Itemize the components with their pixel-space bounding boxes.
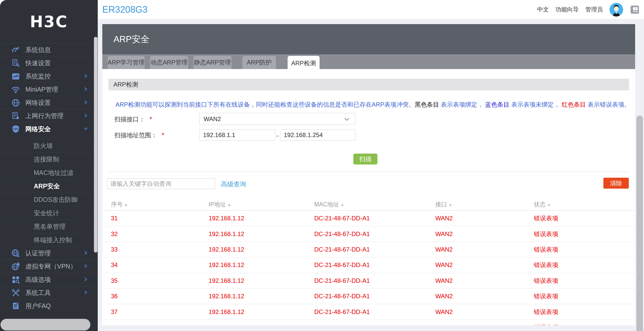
page-vertical-scrollbar[interactable] <box>636 115 643 331</box>
table-row: 31192.168.1.12DC-21-48-67-DD-A1WAN2错误表项 <box>102 211 635 226</box>
table-row: 34192.168.1.12DC-21-48-67-DD-A1WAN2错误表项 <box>102 257 635 273</box>
sort-icon: ▲ <box>340 202 344 207</box>
sidebar-item-behavior-mgmt[interactable]: 上网行为管理 <box>0 109 98 122</box>
scan-interface-value: WAN2 <box>204 115 221 123</box>
search-input[interactable] <box>107 178 215 189</box>
tab-arp-protection[interactable]: ARP防护 <box>242 56 276 69</box>
description-black-term: 黑色条目 <box>415 101 439 108</box>
sidebar-subitem-label: 安全统计 <box>34 209 59 217</box>
topbar-right: 中文 功能向导 管理员 <box>537 0 639 19</box>
chevron-right-icon <box>84 74 88 79</box>
header-ip[interactable]: IP地址▲ <box>209 201 231 208</box>
advanced-query-link[interactable]: 高级查询 <box>221 180 246 188</box>
sort-icon: ▲ <box>124 202 128 207</box>
tab-dynamic-arp[interactable]: 动态ARP管理 <box>150 56 188 69</box>
document-badge-icon <box>11 111 21 121</box>
sidebar-item-vpn[interactable]: 虚拟专网（VPN） <box>0 260 98 273</box>
chevron-right-icon <box>84 277 88 283</box>
sidebar-subitem-mac-filter[interactable]: MAC地址过滤 <box>0 166 98 179</box>
chevron-right-icon <box>84 87 88 92</box>
header-interface[interactable]: 接口▲ <box>435 201 452 208</box>
sidebar-item-auth-mgmt[interactable]: 认证管理 <box>0 246 98 260</box>
sidebar-subitem-arp-security[interactable]: ARP安全 <box>0 179 98 193</box>
required-asterisk: * <box>150 115 152 123</box>
table-row: 33192.168.1.12DC-21-48-67-DD-A1WAN2错误表项 <box>102 242 635 257</box>
chevron-right-icon <box>84 264 88 269</box>
sidebar-subitem-conn-limit[interactable]: 连接限制 <box>0 152 98 166</box>
device-model-title: ER3208G3 <box>102 0 147 19</box>
sidebar-item-user-faq[interactable]: 用户FAQ <box>0 299 98 312</box>
scan-range-label: 扫描地址范围：* <box>114 131 164 139</box>
header-seq[interactable]: 序号▲ <box>111 201 128 208</box>
section-divider <box>108 172 629 172</box>
sidebar-item-label: 网络设置 <box>25 98 84 107</box>
sidebar-subitem-blacklist[interactable]: 黑名单管理 <box>0 220 98 233</box>
globe-icon <box>11 98 21 107</box>
range-end-input[interactable] <box>280 129 355 141</box>
table-row: 37192.168.1.12DC-21-48-67-DD-A1WAN2错误表项 <box>102 304 635 320</box>
sort-icon: ▲ <box>547 202 551 207</box>
tab-arp-learning[interactable]: ARP学习管理 <box>108 56 145 69</box>
sidebar-subitem-security-stats[interactable]: 安全统计 <box>0 206 98 220</box>
wizard-link[interactable]: 功能向导 <box>555 6 579 13</box>
sidebar-item-label: 虚拟专网（VPN） <box>25 262 84 271</box>
tools-icon <box>11 288 21 297</box>
sidebar-item-system-monitor[interactable]: 系统监控 <box>0 70 98 83</box>
language-link[interactable]: 中文 <box>537 6 549 13</box>
scan-button[interactable]: 扫描 <box>353 154 377 164</box>
contact-book-icon[interactable] <box>630 5 639 14</box>
scan-interface-select[interactable]: WAN2 <box>199 113 355 125</box>
description-red-term: 红色条目 <box>562 101 586 108</box>
globe-lock-icon <box>11 262 21 271</box>
select-chevron-down-icon <box>343 116 350 124</box>
sidebar-item-label: 系统信息 <box>25 46 88 54</box>
sidebar-item-label: 快速设置 <box>25 59 88 67</box>
header-status[interactable]: 状态▲ <box>534 201 551 208</box>
sidebar-item-network-security[interactable]: 网络安全 <box>0 122 98 136</box>
sidebar-item-quick-setup[interactable]: 快速设置 <box>0 56 98 70</box>
chevron-down-icon <box>84 126 88 132</box>
sidebar-horizontal-scrollbar[interactable] <box>1 319 90 330</box>
document-wrench-icon <box>11 59 21 68</box>
range-start-input[interactable] <box>199 129 275 141</box>
tab-arp-detection[interactable]: ARP检测 <box>288 56 320 71</box>
sidebar-item-system-info[interactable]: 系统信息 <box>0 43 98 56</box>
required-asterisk: * <box>162 131 164 139</box>
description-blue-term: 蓝色条目 <box>485 101 509 108</box>
tab-strip: ARP学习管理 动态ARP管理 静态ARP管理 ARP防护 ARP检测 <box>102 54 635 69</box>
sidebar-subitem-ddos[interactable]: DDOS攻击防御 <box>0 193 98 206</box>
grid-search-icon <box>11 275 21 284</box>
tab-static-arp[interactable]: 静态ARP管理 <box>193 56 232 69</box>
sort-icon: ▲ <box>227 202 231 207</box>
admin-link[interactable]: 管理员 <box>585 6 603 13</box>
monitor-chart-icon <box>11 72 21 81</box>
sidebar-vertical-scrollbar[interactable] <box>94 37 97 253</box>
sidebar: H3C 系统信息 快速设置 系统监控 MiniAP管理 <box>0 0 98 331</box>
sidebar-item-advanced[interactable]: 高级选项 <box>0 273 98 286</box>
table-body: 31192.168.1.12DC-21-48-67-DD-A1WAN2错误表项 … <box>102 211 635 325</box>
user-avatar[interactable] <box>609 3 623 16</box>
sidebar-item-system-tools[interactable]: 系统工具 <box>0 286 98 299</box>
sidebar-subitem-label: 黑名单管理 <box>34 222 65 231</box>
sidebar-subitem-label: DDOS攻击防御 <box>34 195 77 204</box>
wifi-icon <box>11 85 21 94</box>
chevron-right-icon <box>84 100 88 106</box>
description-error: 表示错误表项。 <box>586 101 630 108</box>
header-mac[interactable]: MAC地址▲ <box>314 201 344 208</box>
sidebar-subitem-terminal-access[interactable]: 终端接入控制 <box>0 233 98 246</box>
sidebar-item-miniap[interactable]: MiniAP管理 <box>0 83 98 96</box>
h3c-logo-text: H3C <box>30 12 68 31</box>
sidebar-subitem-firewall[interactable]: 防火墙 <box>0 139 98 152</box>
topbar: ER3208G3 中文 功能向导 管理员 <box>98 0 644 19</box>
clear-button[interactable]: 清除 <box>603 178 629 189</box>
network-security-submenu: 防火墙 连接限制 MAC地址过滤 ARP安全 DDOS攻击防御 安全统计 黑名单… <box>0 139 98 246</box>
sidebar-subitem-label: 防火墙 <box>34 142 53 150</box>
sidebar-subitem-label: 连接限制 <box>34 155 59 163</box>
sidebar-menu: 系统信息 快速设置 系统监控 MiniAP管理 网络设置 <box>0 43 98 312</box>
table-row: 35192.168.1.12DC-21-48-67-DD-A1WAN2错误表项 <box>102 273 635 289</box>
description-text: ARP检测功能可以探测到当前接口下所有在线设备，同时还能检查这些设备的信息是否和… <box>115 101 630 108</box>
sidebar-item-network-settings[interactable]: 网络设置 <box>0 96 98 109</box>
description-unbound: 表示表项未绑定， <box>509 101 562 108</box>
shield-icon <box>11 125 21 134</box>
content-card: ARP检测 ARP检测功能可以探测到当前接口下所有在线设备，同时还能检查这些设备… <box>102 69 635 325</box>
